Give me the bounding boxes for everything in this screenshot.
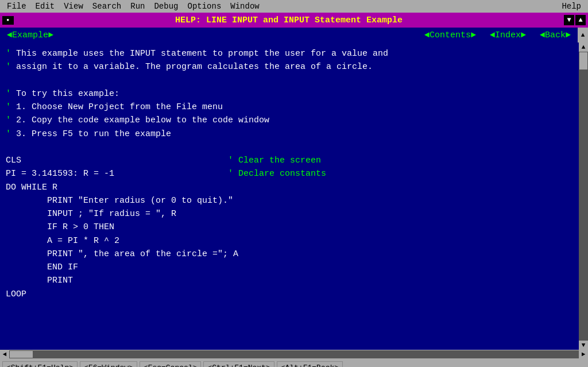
menu-search[interactable]: Search bbox=[88, 2, 126, 11]
hscroll-track[interactable] bbox=[9, 350, 579, 358]
help-content: ' This example uses the INPUT statement … bbox=[0, 43, 579, 350]
status-esc[interactable]: <Esc=Cancel> bbox=[140, 361, 202, 367]
statusbar: <Shift+F1=Help> <F6=Window> <Esc=Cancel>… bbox=[0, 359, 588, 367]
scroll-up-button[interactable]: ▲ bbox=[579, 43, 588, 52]
help-text: ' This example uses the INPUT statement … bbox=[6, 47, 573, 301]
status-ctrl-f1[interactable]: <Ctrl+F1=Next> bbox=[203, 361, 274, 367]
nav-contents[interactable]: ◄Contents► bbox=[417, 30, 483, 40]
titlebar: ▪ HELP: LINE INPUT and INPUT Statement E… bbox=[0, 13, 588, 28]
scroll-thumb[interactable] bbox=[579, 52, 587, 69]
menu-options[interactable]: Options bbox=[183, 2, 226, 11]
menu-edit[interactable]: Edit bbox=[31, 2, 60, 11]
menu-window[interactable]: Window bbox=[226, 2, 264, 11]
nav-index[interactable]: ◄Index► bbox=[483, 30, 533, 40]
menu-run[interactable]: Run bbox=[126, 2, 149, 11]
vertical-scrollbar[interactable]: ▲ ▼ bbox=[579, 43, 588, 350]
status-f6[interactable]: <F6=Window> bbox=[80, 361, 137, 367]
menu-help[interactable]: Help bbox=[557, 2, 586, 11]
status-alt-f1[interactable]: <Alt+F1=Back> bbox=[277, 361, 343, 367]
status-shift-f1[interactable]: <Shift+F1=Help> bbox=[2, 361, 78, 367]
content-area: ' This example uses the INPUT statement … bbox=[0, 43, 588, 350]
titlebar-scroll-down[interactable]: ▼ bbox=[564, 15, 574, 25]
menu-view[interactable]: View bbox=[59, 2, 88, 11]
titlebar-icon[interactable]: ▪ bbox=[2, 16, 14, 25]
hscroll-left-button[interactable]: ◄ bbox=[0, 350, 9, 359]
hscroll-right-button[interactable]: ► bbox=[579, 350, 588, 359]
nav-example[interactable]: ◄Example► bbox=[0, 30, 60, 40]
nav-back[interactable]: ◄Back► bbox=[533, 30, 578, 40]
scroll-down-button[interactable]: ▼ bbox=[579, 341, 588, 350]
navbar-scroll-up-icon[interactable]: ▲ bbox=[578, 28, 588, 43]
titlebar-title: HELP: LINE INPUT and INPUT Statement Exa… bbox=[14, 16, 564, 25]
menu-file[interactable]: File bbox=[2, 2, 31, 11]
menu-debug[interactable]: Debug bbox=[149, 2, 183, 11]
navbar: ◄Example► ◄Contents► ◄Index► ◄Back► ▲ bbox=[0, 28, 588, 43]
scroll-track[interactable] bbox=[579, 52, 588, 341]
menubar: File Edit View Search Run Debug Options … bbox=[0, 0, 588, 13]
hscroll-thumb[interactable] bbox=[10, 351, 33, 358]
titlebar-scroll-up[interactable]: ▲ bbox=[575, 15, 586, 25]
horizontal-scrollbar[interactable]: ◄ ► bbox=[0, 350, 588, 359]
